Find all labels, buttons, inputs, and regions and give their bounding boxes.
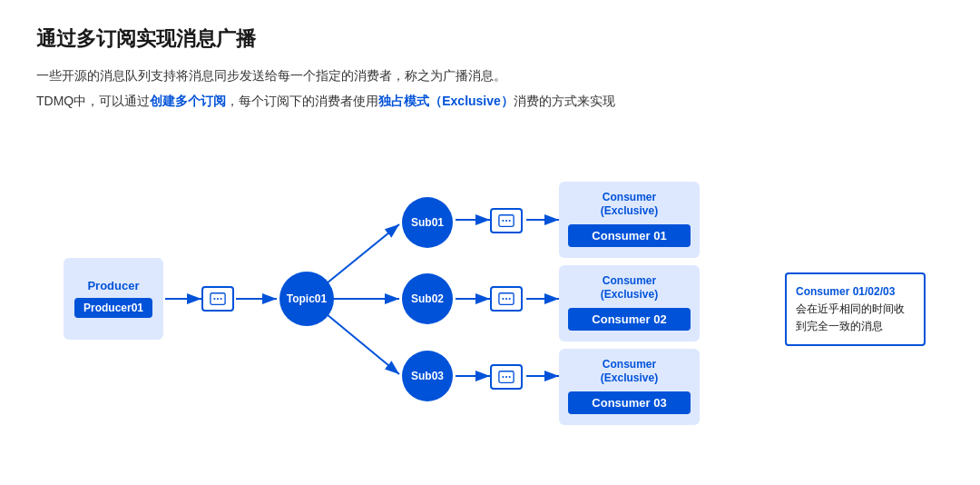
sub02-node: Sub02 bbox=[402, 273, 453, 324]
consumer-exclusive-label-03: Consumer(Exclusive) bbox=[601, 358, 658, 386]
producer-name: Producer01 bbox=[74, 298, 152, 318]
note-box: Consumer 01/02/03 会在近乎相同的时间收到完全一致的消息 bbox=[785, 272, 926, 347]
note-blue-text: Consumer 01/02/03 bbox=[796, 285, 895, 298]
consumer-group-03: Consumer(Exclusive) Consumer 03 bbox=[559, 349, 700, 425]
message-svg-2 bbox=[498, 213, 514, 228]
svg-point-16 bbox=[509, 376, 511, 378]
producer-box: Producer Producer01 bbox=[64, 258, 163, 340]
svg-point-7 bbox=[505, 220, 507, 222]
desc-line-1: 一些开源的消息队列支持将消息同步发送给每一个指定的消费者，称之为广播消息。 bbox=[36, 65, 944, 87]
svg-point-2 bbox=[213, 298, 215, 300]
desc2-link[interactable]: 创建多个订阅 bbox=[150, 94, 226, 108]
consumer-exclusive-label-01: Consumer(Exclusive) bbox=[601, 191, 658, 219]
msg-icon-producer bbox=[201, 286, 234, 312]
page-title: 通过多订阅实现消息广播 bbox=[36, 25, 944, 53]
desc2-emphasis: 独占模式（Exclusive） bbox=[378, 94, 514, 108]
consumer-01-btn[interactable]: Consumer 01 bbox=[568, 224, 691, 247]
message-svg-1 bbox=[210, 292, 226, 306]
consumer-group-01: Consumer(Exclusive) Consumer 01 bbox=[559, 182, 700, 258]
msg-icon-sub02 bbox=[490, 286, 523, 312]
topic01-node: Topic01 bbox=[279, 272, 334, 326]
arrow-topic-to-sub01 bbox=[327, 224, 399, 283]
svg-point-3 bbox=[217, 298, 219, 300]
desc2-prefix: TDMQ中，可以通过 bbox=[36, 94, 150, 108]
svg-point-8 bbox=[509, 220, 511, 222]
svg-point-4 bbox=[220, 298, 222, 300]
svg-point-10 bbox=[502, 298, 504, 300]
svg-point-6 bbox=[502, 220, 504, 222]
desc2-suffix: 消费的方式来实现 bbox=[514, 94, 615, 108]
desc2-middle: ，每个订阅下的消费者使用 bbox=[226, 94, 378, 108]
note-body-text: 会在近乎相同的时间收到完全一致的消息 bbox=[796, 302, 905, 332]
msg-icon-sub01 bbox=[490, 208, 523, 233]
arrow-topic-to-sub03 bbox=[327, 314, 399, 374]
consumer-02-btn[interactable]: Consumer 02 bbox=[568, 308, 691, 331]
consumer-group-02: Consumer(Exclusive) Consumer 02 bbox=[559, 265, 700, 341]
consumer-exclusive-label-02: Consumer(Exclusive) bbox=[601, 274, 658, 302]
consumer-03-btn[interactable]: Consumer 03 bbox=[568, 391, 691, 414]
svg-point-12 bbox=[509, 298, 511, 300]
message-svg-3 bbox=[498, 292, 514, 306]
svg-point-11 bbox=[505, 298, 507, 300]
producer-label: Producer bbox=[87, 279, 139, 292]
message-svg-4 bbox=[498, 370, 514, 384]
msg-icon-sub03 bbox=[490, 364, 523, 390]
svg-point-15 bbox=[505, 376, 507, 378]
diagram-area: Producer Producer01 Topic01 Sub01 Sub02 … bbox=[36, 138, 944, 465]
svg-point-14 bbox=[502, 376, 504, 378]
sub03-node: Sub03 bbox=[402, 351, 453, 401]
desc-line-2: TDMQ中，可以通过创建多个订阅，每个订阅下的消费者使用独占模式（Exclusi… bbox=[36, 91, 944, 113]
sub01-node: Sub01 bbox=[402, 197, 453, 248]
